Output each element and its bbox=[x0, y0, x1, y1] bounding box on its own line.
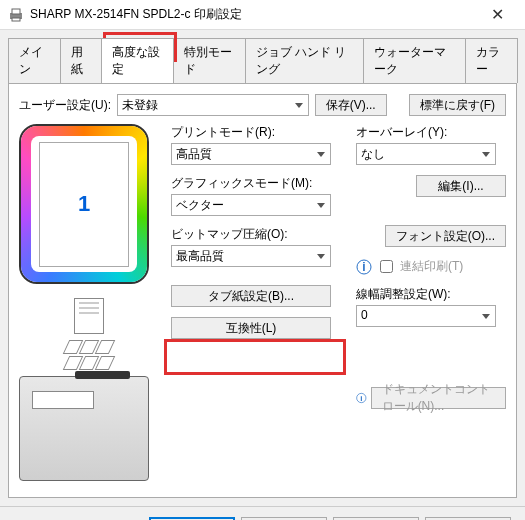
restore-defaults-button[interactable]: 標準に戻す(F) bbox=[409, 94, 506, 116]
chain-print-checkbox[interactable] bbox=[380, 260, 393, 273]
font-settings-button[interactable]: フォント設定(O)... bbox=[385, 225, 506, 247]
document-control-button: ドキュメントコントロール(N)... bbox=[371, 387, 506, 409]
close-button[interactable]: ✕ bbox=[477, 1, 517, 29]
tab-paper-settings-button[interactable]: タブ紙設定(B)... bbox=[171, 285, 331, 307]
user-setting-value: 未登録 bbox=[122, 98, 158, 112]
line-width-dropdown[interactable]: 0 bbox=[356, 305, 496, 327]
overlay-label: オーバーレイ(Y): bbox=[356, 124, 506, 141]
printer-illustration bbox=[19, 376, 149, 481]
page-stack-icon-2 bbox=[19, 356, 159, 370]
graphics-mode-dropdown[interactable]: ベクター bbox=[171, 194, 331, 216]
page-preview[interactable]: 1 bbox=[19, 124, 149, 284]
overlay-dropdown[interactable]: なし bbox=[356, 143, 496, 165]
user-setting-dropdown[interactable]: 未登録 bbox=[117, 94, 309, 116]
bitmap-label: ビットマップ圧縮(O): bbox=[171, 226, 344, 243]
compatibility-button[interactable]: 互換性(L) bbox=[171, 317, 331, 339]
svg-text:i: i bbox=[362, 260, 365, 274]
printer-icon bbox=[8, 7, 24, 23]
tab-watermark[interactable]: ウォーターマーク bbox=[363, 38, 466, 83]
page-stack-icon bbox=[19, 340, 159, 354]
save-button[interactable]: 保存(V)... bbox=[315, 94, 387, 116]
user-setting-label: ユーザー設定(U): bbox=[19, 97, 111, 114]
tab-special[interactable]: 特別モード bbox=[173, 38, 246, 83]
graphics-mode-value: ベクター bbox=[176, 198, 224, 212]
svg-text:i: i bbox=[360, 394, 362, 403]
page-number: 1 bbox=[78, 191, 90, 217]
overlay-value: なし bbox=[361, 147, 385, 161]
tab-paper[interactable]: 用紙 bbox=[60, 38, 102, 83]
info-icon[interactable]: i bbox=[356, 259, 372, 275]
chain-print-label: 連結印刷(T) bbox=[400, 258, 463, 275]
svg-rect-2 bbox=[12, 18, 20, 21]
preview-page: 1 bbox=[39, 142, 129, 267]
line-width-label: 線幅調整設定(W): bbox=[356, 286, 506, 303]
tab-advanced[interactable]: 高度な設定 bbox=[101, 38, 174, 83]
bitmap-dropdown[interactable]: 最高品質 bbox=[171, 245, 331, 267]
bitmap-value: 最高品質 bbox=[176, 249, 224, 263]
svg-rect-1 bbox=[12, 9, 20, 14]
info-icon-2[interactable]: i bbox=[356, 390, 367, 406]
line-width-value: 0 bbox=[361, 308, 368, 322]
edit-button[interactable]: 編集(I)... bbox=[416, 175, 506, 197]
print-mode-dropdown[interactable]: 高品質 bbox=[171, 143, 331, 165]
print-mode-value: 高品質 bbox=[176, 147, 212, 161]
document-icon bbox=[74, 298, 104, 334]
tab-job[interactable]: ジョブ ハンド リング bbox=[245, 38, 364, 83]
tab-color[interactable]: カラー bbox=[465, 38, 518, 83]
tab-main[interactable]: メイン bbox=[8, 38, 61, 83]
print-mode-label: プリントモード(R): bbox=[171, 124, 344, 141]
window-title: SHARP MX-2514FN SPDL2-c 印刷設定 bbox=[30, 6, 477, 23]
graphics-mode-label: グラフィックスモード(M): bbox=[171, 175, 344, 192]
